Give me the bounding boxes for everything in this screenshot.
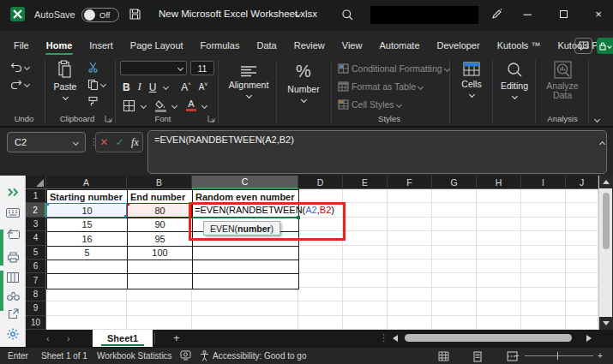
cell-D6[interactable]	[298, 260, 343, 273]
column-header-f[interactable]: F	[388, 176, 432, 189]
font-color-chevron-icon[interactable]	[201, 103, 207, 109]
normal-view-button[interactable]	[436, 350, 451, 362]
column-header-h[interactable]: H	[477, 176, 521, 189]
table-cell-A7[interactable]	[47, 274, 128, 288]
cell-F1[interactable]	[388, 189, 432, 203]
cell-I1[interactable]	[521, 189, 566, 203]
ribbon-tab-page-layout[interactable]: Page Layout	[122, 36, 192, 57]
row-header-9[interactable]: 9	[26, 301, 46, 315]
name-box[interactable]: C2	[7, 132, 86, 152]
bold-button[interactable]: B	[123, 81, 130, 93]
table-cell-B4[interactable]: 95	[128, 232, 193, 246]
table-cell-B7[interactable]	[128, 274, 193, 288]
next-sheet-arrow-icon[interactable]: ›	[67, 333, 70, 343]
pen-icon[interactable]	[490, 8, 503, 21]
column-header-d[interactable]: D	[298, 176, 343, 189]
zoom-in-button[interactable]: +	[598, 351, 603, 361]
redo-button[interactable]	[10, 79, 29, 89]
cell-A10[interactable]	[46, 316, 127, 330]
table-cell-A6[interactable]	[47, 260, 128, 274]
save-icon[interactable]	[129, 8, 141, 21]
cell-B9[interactable]	[127, 301, 192, 315]
cell-H7[interactable]	[477, 273, 521, 287]
cell-D5[interactable]	[298, 246, 343, 260]
row-header-4[interactable]: 4	[26, 231, 46, 245]
sidebar-pane-toggle[interactable]	[0, 230, 3, 311]
row-header-2[interactable]: 2	[26, 203, 46, 217]
cell-I4[interactable]	[521, 231, 566, 245]
row-header-8[interactable]: 8	[26, 288, 46, 301]
cell-J1[interactable]	[566, 189, 598, 203]
workbook-statistics-button[interactable]: Workbook Statistics	[97, 351, 172, 361]
cell-F5[interactable]	[388, 246, 432, 260]
cell-H3[interactable]	[477, 218, 521, 231]
cell-I2[interactable]	[521, 203, 566, 217]
scroll-down-button[interactable]	[599, 317, 613, 330]
ribbon-tab-kutools-[interactable]: Kutools ™	[489, 36, 550, 57]
cell-J7[interactable]	[566, 273, 598, 287]
cell-E1[interactable]	[343, 189, 388, 203]
share-export-icon[interactable]	[5, 306, 21, 321]
cell-H9[interactable]	[477, 301, 521, 315]
column-header-e[interactable]: E	[343, 176, 388, 189]
format-as-table-button[interactable]: Format as Table	[338, 81, 449, 92]
clipboard-dialog-launcher[interactable]	[105, 115, 112, 122]
borders-chevron-icon[interactable]	[141, 103, 147, 109]
cell-G1[interactable]	[432, 189, 477, 203]
paste-button[interactable]: Paste	[50, 60, 81, 99]
cell-F3[interactable]	[388, 218, 432, 231]
expand-chevrons-icon[interactable]	[5, 184, 21, 200]
cell-H10[interactable]	[477, 316, 521, 330]
cell-D10[interactable]	[298, 316, 343, 330]
autosave-toggle[interactable]: Off	[81, 8, 119, 22]
copy-button[interactable]	[87, 79, 105, 90]
confirm-check-icon[interactable]: ✓	[116, 136, 124, 148]
scrollbar-resize-handle[interactable]: ⋮	[379, 332, 388, 343]
cell-C10[interactable]	[192, 316, 298, 330]
zoom-slider-thumb[interactable]	[557, 352, 558, 360]
cell-J5[interactable]	[566, 246, 598, 260]
scroll-left-arrow-icon[interactable]	[393, 335, 398, 342]
cell-G6[interactable]	[432, 260, 477, 273]
cell-F9[interactable]	[388, 301, 432, 315]
sheet-tab-sheet1[interactable]: Sheet1	[93, 330, 153, 347]
document-title[interactable]: New Microsoft Excel Worksheet.xlsx	[159, 9, 317, 19]
font-name-combobox[interactable]	[120, 61, 187, 75]
column-header-c[interactable]: C	[192, 176, 298, 189]
fill-color-button[interactable]	[155, 100, 166, 112]
cell-A8[interactable]	[46, 288, 127, 301]
cell-F8[interactable]	[388, 288, 432, 301]
vertical-scroll-thumb[interactable]	[603, 193, 610, 249]
borders-icon[interactable]	[123, 99, 135, 112]
cell-E8[interactable]	[343, 288, 388, 301]
table-cell-C6[interactable]	[193, 260, 298, 274]
cell-E9[interactable]	[343, 301, 388, 315]
form-icon[interactable]	[5, 226, 21, 242]
formula-input[interactable]: =EVEN(RANDBETWEEN(A2,B2)	[147, 130, 607, 174]
number-format-button[interactable]: % Number	[281, 62, 326, 102]
column-header-g[interactable]: G	[432, 176, 477, 189]
table-cell-B1[interactable]: End number	[128, 190, 193, 204]
row-header-10[interactable]: 10	[26, 316, 46, 330]
table-cell-B6[interactable]	[128, 260, 193, 274]
cell-J8[interactable]	[566, 288, 598, 301]
cell-I7[interactable]	[521, 273, 566, 287]
cell-F4[interactable]	[388, 231, 432, 245]
cell-E5[interactable]	[343, 246, 388, 260]
increase-font-button[interactable]: A^	[181, 81, 190, 93]
ribbon-tab-review[interactable]: Review	[285, 36, 334, 57]
cells-button[interactable]: Cells	[454, 62, 489, 97]
scroll-up-button[interactable]	[599, 176, 613, 188]
cell-E6[interactable]	[343, 260, 388, 273]
font-dialog-launcher[interactable]	[207, 115, 215, 122]
close-button[interactable]: ×	[584, 0, 613, 27]
ribbon-tab-automate[interactable]: Automate	[370, 36, 428, 57]
row-header-6[interactable]: 6	[26, 260, 46, 273]
fill-color-chevron-icon[interactable]	[171, 103, 177, 109]
cell-G3[interactable]	[432, 218, 477, 231]
cell-G4[interactable]	[432, 231, 477, 245]
ribbon-tab-insert[interactable]: Insert	[81, 36, 122, 57]
cell-F7[interactable]	[388, 273, 432, 287]
select-all-corner[interactable]	[26, 176, 46, 189]
cell-H5[interactable]	[477, 246, 521, 260]
